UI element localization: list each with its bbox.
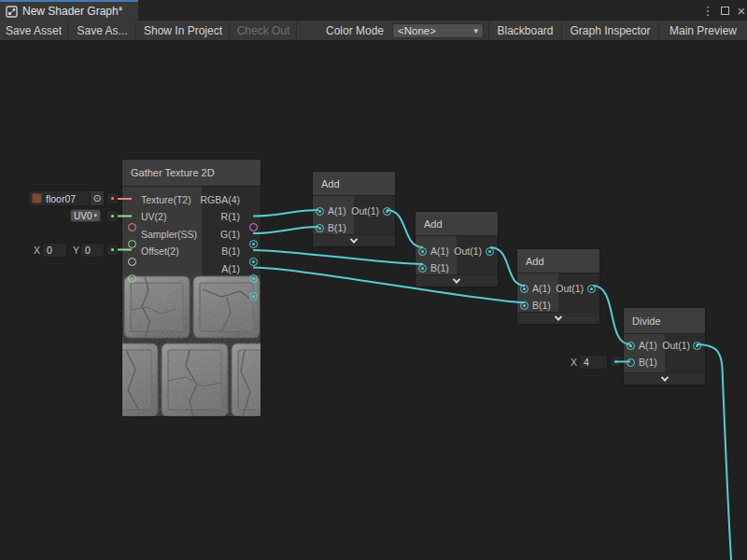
node-divide[interactable]: Divide A(1) B(1) Out(1) bbox=[623, 307, 706, 385]
node-gather-texture-2d[interactable]: Gather Texture 2D Texture(T2) UV(2) Samp… bbox=[121, 159, 261, 417]
port-label-g: G(1) bbox=[220, 229, 240, 240]
blackboard-toggle[interactable]: Blackboard bbox=[488, 21, 561, 40]
chevron-down-icon bbox=[555, 313, 562, 320]
node-title: Add bbox=[321, 178, 340, 189]
offset-y-label: Y bbox=[73, 245, 79, 256]
node-title: Add bbox=[526, 256, 544, 267]
node-header[interactable]: Add bbox=[313, 172, 395, 196]
texture-name: floor07 bbox=[46, 193, 90, 204]
port-label-out: Out(1) bbox=[556, 283, 584, 294]
window-menu-icon[interactable]: ⋮ bbox=[700, 3, 715, 18]
port-label-a: A(1) bbox=[639, 340, 657, 351]
main-preview-toggle[interactable]: Main Preview bbox=[658, 21, 747, 40]
port-label-sampler: Sampler(SS) bbox=[141, 229, 197, 240]
node-header[interactable]: Divide bbox=[624, 308, 705, 334]
port-a-1[interactable] bbox=[249, 292, 258, 301]
node-title: Gather Texture 2D bbox=[131, 167, 215, 178]
chevron-down-icon bbox=[350, 235, 358, 243]
port-label-b: B(1) bbox=[532, 300, 551, 311]
expand-preview-button[interactable] bbox=[313, 234, 395, 246]
texture-preview bbox=[122, 275, 261, 416]
port-label-a: A(1) bbox=[430, 245, 449, 257]
port-dot bbox=[111, 197, 114, 200]
port-label-a: A(1) bbox=[221, 263, 240, 274]
object-picker-icon[interactable]: ⊙ bbox=[90, 191, 104, 205]
port-label-out: Out(1) bbox=[454, 245, 482, 257]
graph-inspector-toggle[interactable]: Graph Inspector bbox=[561, 21, 658, 40]
port-label-out: Out(1) bbox=[351, 205, 379, 217]
color-mode-label: Color Mode bbox=[326, 21, 384, 40]
graph-canvas[interactable] bbox=[0, 41, 747, 560]
port-r-1[interactable] bbox=[249, 240, 258, 248]
save-as-button[interactable]: Save As... bbox=[69, 21, 136, 40]
node-header[interactable]: Gather Texture 2D bbox=[122, 160, 261, 187]
offset-value-port[interactable] bbox=[106, 244, 119, 256]
chevron-down-icon bbox=[660, 373, 668, 381]
port-label-a: A(1) bbox=[532, 283, 551, 294]
check-out-button[interactable]: Check Out bbox=[231, 21, 297, 40]
port-dot bbox=[111, 248, 114, 251]
gather-ports-area: Texture(T2) UV(2) Sampler(SS) Offset(2) … bbox=[122, 187, 261, 275]
tab-title: New Shader Graph* bbox=[22, 5, 122, 18]
color-mode-value: <None> bbox=[398, 25, 436, 36]
expand-preview-button[interactable] bbox=[416, 274, 498, 287]
texture-value-port[interactable] bbox=[106, 192, 119, 204]
divide-port-a[interactable] bbox=[627, 342, 635, 350]
texture-object-field[interactable]: floor07 ⊙ bbox=[28, 190, 105, 206]
port-label-out: Out(1) bbox=[662, 340, 690, 351]
node-add-3[interactable]: Add A(1) B(1) Out(1) bbox=[516, 248, 600, 325]
divide-b-x-label: X bbox=[571, 357, 577, 368]
divide-b-value: 4 bbox=[584, 357, 589, 368]
port-label-b: B(1) bbox=[221, 245, 240, 257]
port-sampler-ss[interactable] bbox=[128, 258, 136, 266]
expand-preview-button[interactable] bbox=[624, 372, 705, 385]
port-label-uv: UV(2) bbox=[141, 211, 166, 222]
port-g-1[interactable] bbox=[249, 258, 258, 266]
titlebar: New Shader Graph* ⋮ × bbox=[0, 0, 747, 21]
shader-graph-icon bbox=[6, 6, 18, 18]
uv-channel-value: UV0 bbox=[74, 211, 92, 221]
port-texture-t2[interactable] bbox=[128, 223, 136, 231]
offset-x-value: 0 bbox=[47, 245, 52, 256]
window-close-icon[interactable]: × bbox=[734, 3, 747, 18]
window-maximize-icon[interactable] bbox=[717, 3, 732, 18]
port-offset-2[interactable] bbox=[128, 274, 136, 283]
uv-value-port[interactable] bbox=[106, 210, 119, 222]
maximize-box-glyph bbox=[721, 7, 729, 15]
save-asset-button[interactable]: Save Asset bbox=[0, 21, 68, 40]
chevron-down-icon: ▾ bbox=[93, 212, 97, 219]
port-label-rgba: RGBA(4) bbox=[200, 194, 240, 205]
port-rgba-4[interactable] bbox=[249, 223, 258, 231]
offset-y-value: 0 bbox=[85, 245, 91, 256]
port-label-b: B(1) bbox=[328, 222, 346, 233]
expand-preview-button[interactable] bbox=[517, 312, 599, 324]
port-label-offset: Offset(2) bbox=[141, 245, 179, 257]
texture-thumbnail bbox=[32, 193, 42, 203]
uv-channel-dropdown[interactable]: UV0 ▾ bbox=[70, 209, 101, 222]
port-dot bbox=[111, 215, 114, 217]
offset-x-label: X bbox=[34, 245, 40, 256]
port-b-1[interactable] bbox=[249, 274, 258, 283]
node-header[interactable]: Add bbox=[416, 212, 498, 236]
node-title: Add bbox=[424, 218, 443, 230]
offset-x-input[interactable]: 0 bbox=[42, 243, 67, 258]
node-header[interactable]: Add bbox=[517, 249, 599, 273]
port-label-b: B(1) bbox=[639, 357, 657, 368]
port-label-r: R(1) bbox=[221, 211, 240, 222]
port-label-b: B(1) bbox=[430, 262, 449, 273]
port-uv-2[interactable] bbox=[128, 240, 136, 248]
tab-new-shader-graph[interactable]: New Shader Graph* bbox=[0, 2, 138, 21]
port-label-a: A(1) bbox=[328, 205, 346, 217]
node-title: Divide bbox=[632, 315, 661, 327]
chevron-down-icon bbox=[453, 275, 460, 283]
divide-b-input[interactable]: 4 bbox=[579, 355, 608, 370]
chevron-down-icon: ▾ bbox=[473, 26, 478, 35]
port-label-texture: Texture(T2) bbox=[141, 194, 191, 205]
color-mode-dropdown[interactable]: <None> ▾ bbox=[392, 23, 484, 38]
node-add-1[interactable]: Add A(1) B(1) Out(1) bbox=[312, 171, 396, 247]
toolbar: Save Asset Save As... Show In Project Ch… bbox=[0, 21, 747, 41]
node-add-2[interactable]: Add A(1) B(1) Out(1) bbox=[415, 211, 499, 287]
offset-y-input[interactable]: 0 bbox=[80, 243, 105, 258]
show-in-project-button[interactable]: Show In Project bbox=[137, 21, 230, 40]
